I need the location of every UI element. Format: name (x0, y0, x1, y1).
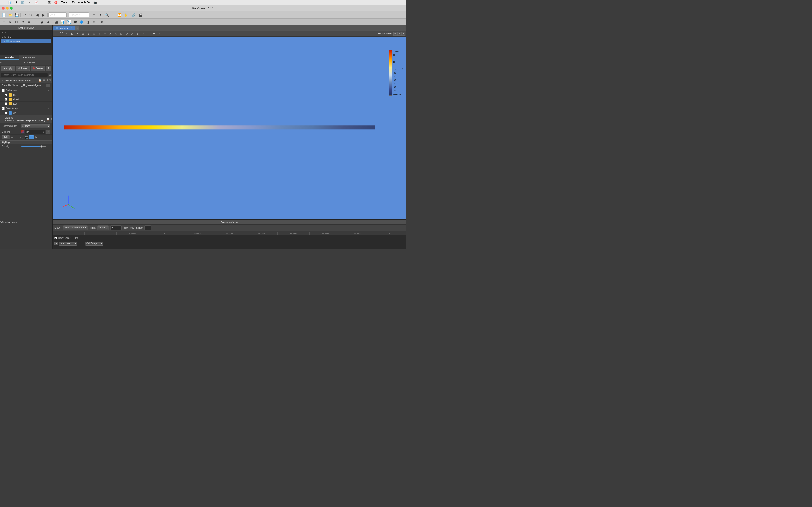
display-icon2[interactable]: ⊞ (51, 118, 52, 121)
opacity-slider[interactable] (21, 146, 46, 147)
display-section-header[interactable]: ▼ Display (UnstructuredGridRepresentatio… (0, 115, 52, 123)
props-refresh-icon[interactable]: ↻ (4, 61, 5, 64)
render-orient6[interactable]: ⤡ (113, 32, 118, 36)
sheet-checkbox[interactable]: ✓ (5, 98, 7, 101)
filter-btn5[interactable]: ⊗ (26, 19, 32, 25)
edit-icon-extra[interactable]: ✎ (35, 135, 37, 139)
render-select3[interactable]: △ (130, 32, 135, 36)
select-btn[interactable]: ✚ (91, 12, 97, 18)
filter-btn13[interactable]: 🔷 (79, 19, 85, 25)
slider-thumb[interactable] (40, 145, 43, 148)
render-ruler[interactable]: ⊢ (151, 32, 156, 36)
representation-dropdown[interactable]: Surface ▾ (21, 124, 50, 128)
section-icon3[interactable]: ↺ (46, 79, 48, 82)
layout-tab[interactable]: Layout #1 ✕ (53, 26, 75, 30)
filter-btn7[interactable]: ◉ (39, 19, 45, 25)
add-layout-btn[interactable]: + (75, 26, 79, 30)
minimize-button[interactable] (6, 7, 9, 9)
cam-link[interactable]: 🔗 (131, 12, 137, 18)
tab-information[interactable]: Information (19, 55, 39, 60)
cell-arrays-checkbox[interactable]: ✓ (2, 89, 5, 92)
rescale-icon5[interactable]: 📷 (24, 135, 28, 139)
save-btn[interactable]: 💾 (14, 12, 19, 18)
filter-btn3[interactable]: ⊟ (14, 19, 19, 25)
filter-btn6[interactable]: ○ (33, 19, 39, 25)
render-select1[interactable]: □ (119, 32, 124, 36)
new-btn[interactable]: 📄 (1, 12, 7, 18)
source-selector[interactable]: vm ▾ (48, 12, 67, 17)
pipeline-close-icon[interactable]: ✕ (2, 31, 4, 34)
pick-btn[interactable]: ✦ (97, 12, 103, 18)
toolbar-icon-8[interactable]: 🖼 (48, 1, 51, 4)
render-interact[interactable]: ↔ (146, 32, 151, 36)
render-view-all[interactable]: ⊞ (81, 32, 86, 36)
edit-colormap-btn[interactable]: Edit (2, 135, 10, 139)
cell-arrays-eye-icon[interactable]: 👁 (48, 89, 50, 92)
section-icon2[interactable]: ⊞ (43, 79, 45, 82)
tags-checkbox[interactable]: ✓ (5, 102, 7, 105)
render-orient4[interactable]: ↻ (102, 32, 107, 36)
timekeeper-track[interactable] (84, 235, 406, 241)
zoom-btn[interactable]: 🔍 (104, 12, 110, 18)
filter-btn2[interactable]: ⊠ (7, 19, 13, 25)
render-annotate[interactable]: ≡ (157, 32, 162, 36)
time-step-input[interactable] (110, 225, 122, 230)
timeline-add-btn[interactable]: + (54, 242, 58, 245)
layout-1x1[interactable]: ⊞ (393, 32, 397, 36)
filter-btn1[interactable]: ⊞ (1, 19, 7, 25)
render-orient5[interactable]: ⤢ (108, 32, 113, 36)
coloring-dropdown[interactable]: vm ▾ (25, 130, 45, 134)
filter-btn9[interactable]: ▦ (53, 19, 59, 25)
tab-properties[interactable]: Properties (0, 55, 19, 60)
layout-1x2[interactable]: ⊟ (397, 32, 401, 36)
properties-section-header[interactable]: ▼ Properties (temp.case) 📋 ⊞ ↺ ⊡ (0, 78, 52, 83)
layout-close[interactable]: ✕ (401, 32, 405, 36)
close-button[interactable] (2, 7, 5, 9)
fiber-checkbox[interactable]: ✓ (5, 94, 7, 97)
render-close2[interactable]: - (162, 32, 167, 36)
section-icon1[interactable]: 📋 (39, 79, 42, 82)
filter-btn8[interactable]: ◈ (45, 19, 51, 25)
mode-dropdown[interactable]: Snap To TimeSteps ▾ (63, 225, 88, 230)
render-query[interactable]: ? (141, 32, 145, 36)
pipeline-refresh-icon[interactable]: ↻ (5, 31, 7, 34)
toolbar-icon-6[interactable]: 📈 (35, 1, 38, 4)
toolbar-camera-icon[interactable]: 📷 (93, 1, 97, 4)
filter-btn15[interactable]: ✏ (91, 19, 97, 25)
open-btn[interactable]: 📂 (7, 12, 13, 18)
case-file-browse[interactable]: ... (46, 84, 50, 87)
render-zoom-in[interactable]: + (75, 32, 80, 36)
filter-btn11[interactable]: 📉 (66, 19, 72, 25)
point-arrays-checkbox[interactable]: ✓ (2, 107, 5, 110)
render-orient3[interactable]: ↺ (97, 32, 102, 36)
stride-input[interactable] (144, 225, 151, 230)
toolbar-icon-4[interactable]: 🔄 (21, 1, 24, 4)
time-value-display[interactable]: 50.00 ▲▼ (97, 225, 108, 230)
toolbar-icon-9[interactable]: 🎯 (54, 1, 58, 4)
toolbar-icon-2[interactable]: 📊 (8, 1, 11, 4)
point-arrays-eye-icon[interactable]: 👁 (48, 107, 50, 110)
coloring-options[interactable]: ▾ (46, 130, 50, 134)
toolbar-icon-7[interactable]: 🗃 (42, 1, 44, 4)
render-viewport[interactable]: 5.0e+01 30 20 10 0 -10 -20 -30 -40 -50 -… (53, 37, 406, 219)
delete-button[interactable]: Delete (31, 66, 45, 71)
rescale-icon2[interactable]: ⇐ (15, 135, 17, 139)
filter-btn10[interactable]: 📊 (60, 19, 65, 25)
timekeeper-checkbox[interactable]: ✓ (54, 237, 57, 239)
toolbar-icon-1[interactable]: 🗂 (2, 1, 5, 4)
cam-anim[interactable]: 🎬 (137, 12, 143, 18)
bar-icon-btn[interactable]: ▬ (29, 135, 34, 139)
vm-checkbox[interactable]: ✓ (5, 112, 7, 114)
pan-btn[interactable]: ✋ (123, 12, 129, 18)
filter-btn4[interactable]: ⊕ (20, 19, 26, 25)
type-select[interactable]: Cell Arrays ▾ (85, 241, 103, 245)
rescale-icon1[interactable]: ↔ (11, 135, 14, 139)
section-icon4[interactable]: ⊡ (49, 79, 51, 82)
render-close-btn[interactable]: ✕ (53, 32, 58, 36)
filter-btn12[interactable]: 🗺 (72, 19, 78, 25)
pipeline-item-builtin[interactable]: ▶ builtin: (1, 36, 51, 39)
render-orient1[interactable]: ⊙ (86, 32, 91, 36)
display-icon1[interactable]: 📋 (46, 118, 50, 121)
render-orient2[interactable]: ⊚ (92, 32, 97, 36)
help-button[interactable]: ? (46, 66, 51, 71)
